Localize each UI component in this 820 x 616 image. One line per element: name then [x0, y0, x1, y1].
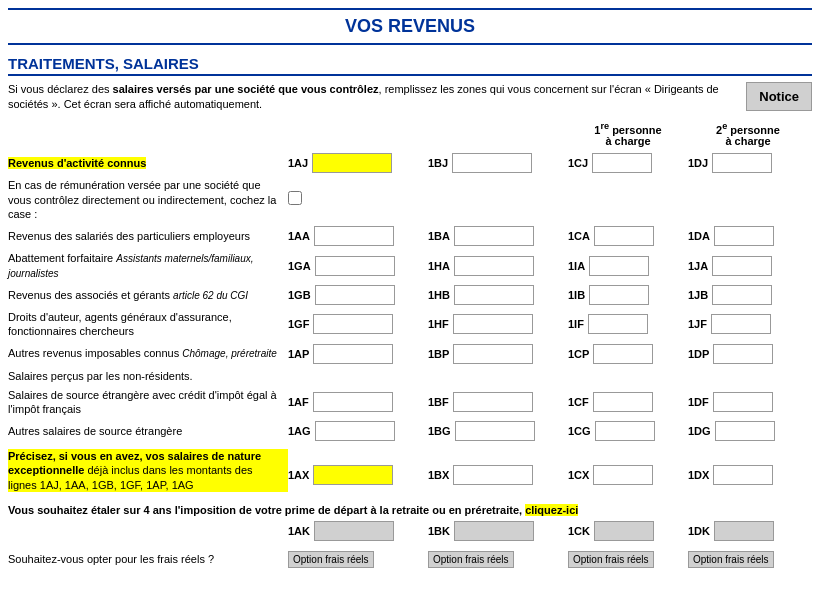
code-1af: 1AF [288, 396, 309, 408]
code-1ia: 1IA [568, 260, 585, 272]
row-associes: Revenus des associés et gérants article … [8, 283, 812, 307]
input-1dp[interactable] [713, 344, 773, 364]
code-1ca: 1CA [568, 230, 590, 242]
input-1if[interactable] [588, 314, 648, 334]
input-1hf[interactable] [453, 314, 533, 334]
input-1gf[interactable] [313, 314, 393, 334]
cliquez-ici-link[interactable]: cliquez-ici [525, 504, 578, 516]
code-1ha: 1HA [428, 260, 450, 272]
label-associes: Revenus des associés et gérants article … [8, 288, 288, 302]
code-1cj: 1CJ [568, 157, 588, 169]
input-1hb[interactable] [454, 285, 534, 305]
code-1dp: 1DP [688, 348, 709, 360]
label-checkbox: En cas de rémunération versée par une so… [8, 178, 288, 221]
option-frais-1aj[interactable]: Option frais réels [288, 551, 374, 568]
row-revenus-activite: Revenus d'activité connus 1AJ 1BJ 1CJ 1D… [8, 151, 812, 175]
field-1ib: 1IB [568, 285, 688, 305]
row-checkbox: En cas de rémunération versée par une so… [8, 178, 812, 221]
input-1ak[interactable] [314, 521, 394, 541]
input-1da[interactable] [714, 226, 774, 246]
input-1dx[interactable] [713, 465, 773, 485]
code-1ja: 1JA [688, 260, 708, 272]
input-1af[interactable] [313, 392, 393, 412]
label-droits-auteur: Droits d'auteur, agents généraux d'assur… [8, 310, 288, 339]
field-1dj: 1DJ [688, 153, 808, 173]
page-container: VOS REVENUS TRAITEMENTS, SALAIRES Si vou… [0, 0, 820, 582]
btn-frais-3: Option frais réels [568, 551, 688, 568]
input-1dj[interactable] [712, 153, 772, 173]
input-1bj[interactable] [452, 153, 532, 173]
input-1ax[interactable] [313, 465, 393, 485]
row-autres-revenus: Autres revenus imposables connus Chômage… [8, 342, 812, 366]
code-1ba: 1BA [428, 230, 450, 242]
input-1ck[interactable] [594, 521, 654, 541]
btn-frais-4: Option frais réels [688, 551, 808, 568]
code-1cp: 1CP [568, 348, 589, 360]
notice-button[interactable]: Notice [746, 82, 812, 111]
section-title: TRAITEMENTS, SALAIRES [8, 55, 812, 76]
input-1cg[interactable] [595, 421, 655, 441]
checkbox-societe[interactable] [288, 191, 302, 205]
option-frais-1cj[interactable]: Option frais réels [568, 551, 654, 568]
input-1aj[interactable] [312, 153, 392, 173]
checkbox-cell [288, 191, 428, 208]
input-1cj[interactable] [592, 153, 652, 173]
field-1cg: 1CG [568, 421, 688, 441]
row-autres-source-etrangere: Autres salaires de source étrangère 1AG … [8, 419, 812, 443]
input-1ga[interactable] [315, 256, 395, 276]
field-1dx: 1DX [688, 465, 808, 485]
input-1bx[interactable] [453, 465, 533, 485]
input-1dg[interactable] [715, 421, 775, 441]
btn-frais-2: Option frais réels [428, 551, 568, 568]
input-1ha[interactable] [454, 256, 534, 276]
row-ak: 1AK 1BK 1CK 1DK [8, 519, 812, 543]
input-1ca[interactable] [594, 226, 654, 246]
input-1df[interactable] [713, 392, 773, 412]
input-1ap[interactable] [313, 344, 393, 364]
code-1dx: 1DX [688, 469, 709, 481]
input-1ib[interactable] [589, 285, 649, 305]
input-1ja[interactable] [712, 256, 772, 276]
field-1ia: 1IA [568, 256, 688, 276]
input-1aa[interactable] [314, 226, 394, 246]
field-1hb: 1HB [428, 285, 568, 305]
input-1cp[interactable] [593, 344, 653, 364]
input-1dk[interactable] [714, 521, 774, 541]
option-frais-1bj[interactable]: Option frais réels [428, 551, 514, 568]
code-1dj: 1DJ [688, 157, 708, 169]
field-1cx: 1CX [568, 465, 688, 485]
code-1ax: 1AX [288, 469, 309, 481]
input-1ag[interactable] [315, 421, 395, 441]
field-1df: 1DF [688, 392, 808, 412]
field-1dk: 1DK [688, 521, 808, 541]
input-1bk[interactable] [454, 521, 534, 541]
code-1cg: 1CG [568, 425, 591, 437]
input-1jb[interactable] [712, 285, 772, 305]
input-1bp[interactable] [453, 344, 533, 364]
code-1bj: 1BJ [428, 157, 448, 169]
input-1ba[interactable] [454, 226, 534, 246]
code-1bk: 1BK [428, 525, 450, 537]
col-header-2e: 2e personneà charge [688, 121, 808, 148]
input-1gb[interactable] [315, 285, 395, 305]
field-1aa: 1AA [288, 226, 428, 246]
field-1bg: 1BG [428, 421, 568, 441]
field-1ck: 1CK [568, 521, 688, 541]
btn-frais-1: Option frais réels [288, 551, 428, 568]
code-1bx: 1BX [428, 469, 449, 481]
input-1bf[interactable] [453, 392, 533, 412]
field-1ga: 1GA [288, 256, 428, 276]
field-1ag: 1AG [288, 421, 428, 441]
code-1ag: 1AG [288, 425, 311, 437]
input-1bg[interactable] [455, 421, 535, 441]
code-1dg: 1DG [688, 425, 711, 437]
input-1jf[interactable] [711, 314, 771, 334]
field-1ha: 1HA [428, 256, 568, 276]
row-abattement: Abattement forfaitaire Assistants matern… [8, 251, 812, 280]
input-1ia[interactable] [589, 256, 649, 276]
option-frais-1dj[interactable]: Option frais réels [688, 551, 774, 568]
input-1cx[interactable] [593, 465, 653, 485]
row-non-residents-label: Salaires perçus par les non-résidents. [8, 369, 812, 385]
input-1cf[interactable] [593, 392, 653, 412]
label-source-etrangere-credit: Salaires de source étrangère avec crédit… [8, 388, 288, 417]
